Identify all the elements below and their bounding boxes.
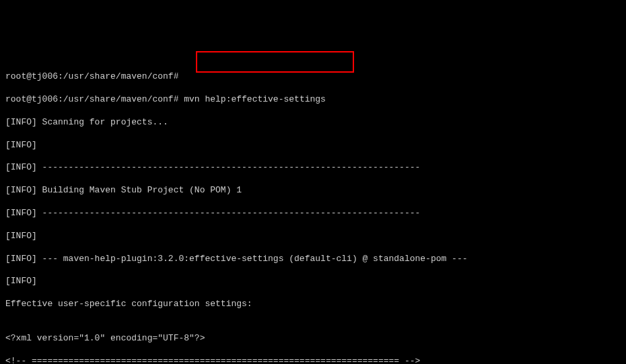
terminal-output[interactable]: root@tj006:/usr/share/maven/conf# root@t… xyxy=(5,49,621,364)
command-text: mvn help:effective-settings xyxy=(184,94,326,104)
output-line: <!-- ===================================… xyxy=(5,356,621,364)
output-line: [INFO] Building Maven Stub Project (No P… xyxy=(5,185,621,196)
prompt-line: root@tj006:/usr/share/maven/conf# xyxy=(5,71,621,83)
output-line: [INFO] xyxy=(5,276,621,287)
output-line: [INFO] Scanning for projects... xyxy=(5,117,621,129)
command-highlight-box xyxy=(196,51,354,73)
output-line: [INFO] --- maven-help-plugin:3.2.0:effec… xyxy=(5,254,621,265)
output-line: [INFO] xyxy=(5,140,621,151)
output-line: [INFO] ---------------------------------… xyxy=(5,162,621,174)
output-line: [INFO] ---------------------------------… xyxy=(5,208,621,219)
shell-prompt: root@tj006:/usr/share/maven/conf# xyxy=(5,71,178,81)
output-line: Effective user-specific configuration se… xyxy=(5,299,621,310)
command-line: root@tj006:/usr/share/maven/conf# mvn he… xyxy=(5,94,621,106)
output-line: [INFO] xyxy=(5,231,621,242)
shell-prompt: root@tj006:/usr/share/maven/conf# xyxy=(5,94,184,104)
output-line: <?xml version="1.0" encoding="UTF-8"?> xyxy=(5,333,621,344)
